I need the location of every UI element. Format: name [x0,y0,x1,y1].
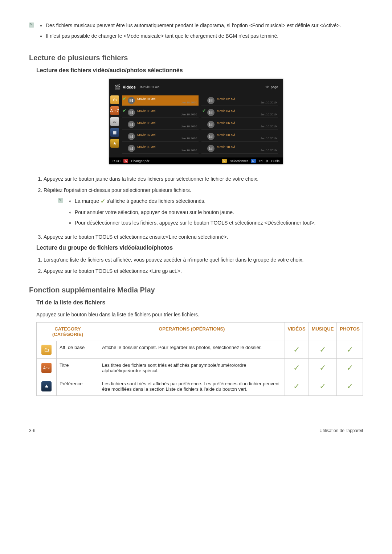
steps-selected-list: Appuyez sur le bouton jaune dans la list… [29,175,363,241]
row-name: Aff. de base [57,341,99,359]
file-item: 🎞Movie 09.aviJan.10.2010 [122,143,199,154]
file-item: 🎞Movie 05.aviJan.10.2010 [122,119,199,130]
row-name: Titre [57,359,99,377]
tools-icon: ⚙ [265,159,268,163]
footer-select: Sélectionner [230,159,248,163]
file-name: Movie 09.avi [137,145,197,149]
note-item: La marque ✓ s'affiche à gauche des fichi… [75,197,315,206]
file-item: ✔🎞Movie 01.aviJan.10.2010 [122,95,199,106]
sidebar-folder-icon: 🗀 [110,95,119,104]
note-item: Des fichiers musicaux peuvent être lus a… [46,22,341,29]
file-name: Movie 03.avi [137,109,197,113]
file-item: 🎞Movie 10.aviJan.10.2010 [201,143,278,154]
table-row: ★PréférenceLes fichiers sont triés et af… [37,377,363,396]
film-thumb-icon: 🎞 [207,121,215,128]
note-icon [58,198,63,203]
col-header-photos: PHOTOS [337,323,363,341]
steps-group-list: Lorsqu'une liste de fichiers est affiché… [29,256,363,275]
row-check-music: ✓ [309,341,337,359]
film-thumb-icon: 🎞 [207,145,215,152]
page-indicator: 1/1 page [265,85,278,89]
file-date: Jan.10.2010 [217,149,277,152]
row-check-music: ✓ [309,359,337,377]
row-check-videos: ✓ [285,341,309,359]
col-header-category: CATEGORY (CATÉGORIE) [37,323,99,341]
step-item: Lorsqu'une liste de fichiers est affiché… [44,256,363,264]
film-thumb-icon: 🎞 [207,133,215,140]
film-thumb-icon: 🎞 [207,109,215,116]
step-item: Répétez l'opération ci-dessus pour sélec… [44,186,363,230]
row-check-music: ✓ [309,377,337,396]
col-header-operations: OPERATIONS (OPÉRATIONS) [99,323,285,341]
page-footer: 3-6 Utilisation de l'appareil [29,425,363,433]
file-date: Jan.10.2010 [137,113,197,116]
videos-browser-screenshot: 🎬 Vidéos /Movie 01.avi 1/1 page 🗀 A→Z 30… [109,79,283,164]
file-date: Jan.10.2010 [137,149,197,152]
note-item: Pour annuler votre sélection, appuyez de… [75,209,315,216]
file-date: Jan.10.2010 [137,137,197,140]
file-name: Movie 01.avi [137,97,197,101]
footer-outils: Outils [271,159,279,163]
note-item: Il n'est pas possible de changer le <Mod… [46,32,341,40]
file-grid: ✔🎞Movie 01.aviJan.10.2010🎞Movie 02.aviJa… [121,94,283,157]
row-check-videos: ✓ [285,377,309,396]
file-item: 🎞Movie 07.aviJan.10.2010 [122,131,199,142]
screenshot-title: Vidéos [123,85,136,89]
file-date: Jan.10.2010 [137,125,197,128]
check-icon: ✔ [123,96,126,101]
sidebar-sort-az-icon: A→Z [110,106,119,115]
sort-table: CATEGORY (CATÉGORIE) OPERATIONS (OPÉRATI… [36,322,363,396]
sidebar-grid-icon: ▦ [110,128,119,137]
note-icon [29,22,34,28]
button-c-icon: C [222,159,227,163]
button-a-icon: A [123,159,128,163]
sidebar-calendar-icon: 30 [110,117,119,126]
screenshot-header: 🎬 Vidéos /Movie 01.avi 1/1 page [109,82,283,94]
row-ops: Les titres des fichiers sont triés et af… [99,359,285,377]
footer-changer: Changer pér. [131,159,150,163]
button-d-icon: D [251,159,256,163]
file-name: Movie 10.avi [217,145,277,149]
file-name: Movie 07.avi [137,133,197,137]
file-item: 🎞Movie 08.aviJan.10.2010 [201,131,278,142]
film-thumb-icon: 🎞 [128,121,135,128]
file-name: Movie 06.avi [217,121,277,125]
film-thumb-icon: 🎞 [128,109,135,116]
file-date: Jan.10.2010 [217,125,277,128]
row-check-photos: ✓ [337,341,363,359]
screenshot-footer: R UC A Changer pér. C Sélectionner D Tri… [109,157,283,164]
section-heading: Lecture de plusieurs fichiers [29,54,363,62]
section-intro: Appuyez sur le bouton bleu dans la liste… [36,311,363,319]
intro-note-list: Des fichiers musicaux peuvent être lus a… [38,22,341,43]
step-item: Appuyez sur le bouton TOOLS et sélection… [44,267,363,275]
file-name: Movie 05.avi [137,121,197,125]
check-icon: ✔ [123,108,126,113]
page-number: 3-6 [29,428,35,433]
note-block: La marque ✓ s'affiche à gauche des fichi… [58,197,363,230]
row-name: Préférence [57,377,99,396]
file-item: ✔🎞Movie 03.aviJan.10.2010 [122,107,199,118]
step-text: Répétez l'opération ci-dessus pour sélec… [44,187,191,193]
subsection-heading: Lecture des fichiers vidéo/audio/photos … [36,67,363,74]
row-check-videos: ✓ [285,359,309,377]
section-heading: Fonction supplémentaire Media Play [29,286,363,294]
check-icon: ✓ [101,198,105,204]
film-thumb-icon: 🎞 [207,97,215,104]
row-check-photos: ✓ [337,359,363,377]
footer-uc: R UC [113,159,121,163]
footer-tri: Tri [259,159,262,163]
table-row: A~ZTitreLes titres des fichiers sont tri… [37,359,363,377]
row-ops: Affiche le dossier complet. Pour regarde… [99,341,285,359]
step-item: Appuyez sur le bouton jaune dans la list… [44,175,363,183]
check-icon: ✔ [202,108,206,113]
step-item: Appuyez sur le bouton TOOLS et sélection… [44,233,363,241]
table-row: 🗀Aff. de baseAffiche le dossier complet.… [37,341,363,359]
col-header-videos: VIDÉOS [285,323,309,341]
file-item: ✔🎞Movie 04.aviJan.10.2010 [201,107,278,118]
row-check-photos: ✓ [337,377,363,396]
file-date: Jan.10.2010 [137,101,197,104]
page-section-label: Utilisation de l'appareil [319,428,363,433]
file-name: Movie 08.avi [217,133,277,137]
file-date: Jan.10.2010 [217,113,277,116]
film-thumb-icon: 🎞 [128,133,135,140]
